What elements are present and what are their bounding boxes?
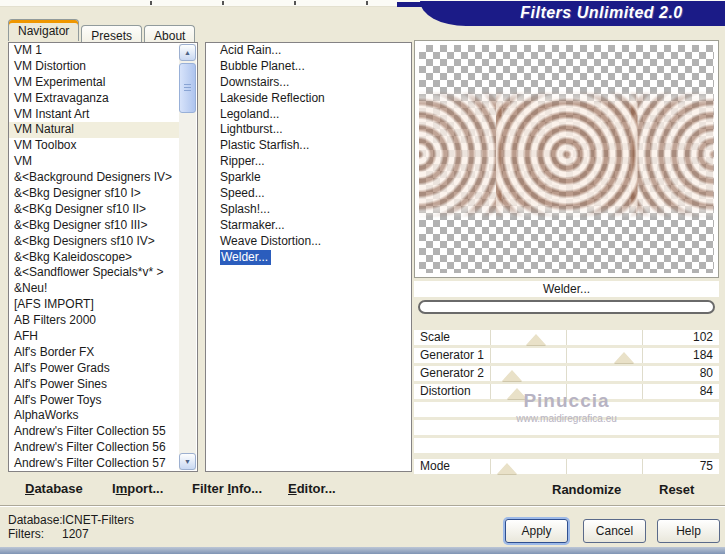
category-listbox: VM 1VM DistortionVM ExperimentalVM Extra… (8, 42, 198, 472)
list-item[interactable]: Downstairs... (206, 75, 411, 91)
randomize-button[interactable]: Randomize (552, 482, 621, 497)
slider-label: Mode (420, 459, 450, 474)
list-item[interactable]: AlphaWorks (9, 408, 179, 424)
separator (0, 505, 725, 507)
filter-listbox: Acid Rain...Bubble Planet...Downstairs..… (205, 42, 412, 472)
scroll-down-icon[interactable]: ▼ (179, 453, 196, 470)
list-item[interactable]: Alf's Power Sines (9, 377, 179, 393)
help-button[interactable]: Help (657, 519, 720, 543)
list-item[interactable]: Plastic Starfish... (206, 138, 411, 154)
filters-count-label: Filters: (8, 527, 44, 541)
slider-value: 75 (700, 459, 713, 474)
list-item[interactable]: &<Bkg Kaleidoscope> (9, 250, 179, 266)
list-item[interactable]: Acid Rain... (206, 43, 411, 59)
slider-empty-row (414, 420, 719, 435)
list-item[interactable]: Legoland... (206, 107, 411, 123)
slider-label: Scale (420, 330, 450, 345)
list-item[interactable]: VM Toolbox (9, 138, 179, 154)
list-item[interactable]: VM Extravaganza (9, 91, 179, 107)
list-item[interactable]: &<Bkg Designer sf10 III> (9, 218, 179, 234)
category-items: VM 1VM DistortionVM ExperimentalVM Extra… (9, 43, 179, 472)
selected-filter-label: Welder... (414, 281, 719, 297)
list-item[interactable]: [AFS IMPORT] (9, 297, 179, 313)
menu-row: DatabaseImport...Filter Info...Editor... (0, 478, 412, 504)
tab-navigator[interactable]: Navigator (8, 19, 79, 41)
slider-ticks (414, 330, 719, 345)
list-item[interactable]: Bubble Planet... (206, 59, 411, 75)
list-item[interactable]: Lakeside Reflection (206, 91, 411, 107)
list-item[interactable]: VM Experimental (9, 75, 179, 91)
list-item[interactable]: &Neu! (9, 281, 179, 297)
slider-scale[interactable]: Scale102 (414, 330, 719, 345)
slider-label: Generator 1 (420, 348, 484, 363)
window-bottom-edge (0, 547, 725, 554)
list-item[interactable]: Alf's Power Toys (9, 393, 179, 409)
list-item[interactable]: Speed... (206, 186, 411, 202)
list-item[interactable]: VM Natural (9, 122, 179, 138)
list-item[interactable]: VM 1 (9, 43, 179, 59)
list-item[interactable]: Andrew's Filter Collection 56 (9, 440, 179, 456)
menu-item-database[interactable]: Database (25, 481, 83, 496)
slider-thumb[interactable] (526, 334, 546, 345)
list-item[interactable]: &<BKg Designer sf10 II> (9, 202, 179, 218)
list-item[interactable]: AFH (9, 329, 179, 345)
slider-value: 102 (693, 330, 713, 345)
cancel-button[interactable]: Cancel (583, 519, 646, 543)
list-item[interactable]: &<Sandflower Specials*v* > (9, 265, 179, 281)
database-label: Database: (8, 513, 63, 527)
apply-button[interactable]: Apply (505, 519, 568, 543)
list-item[interactable]: Andrew's Filter Collection 57 (9, 456, 179, 472)
menu-item-editor[interactable]: Editor... (288, 481, 336, 496)
list-item[interactable]: VM (9, 154, 179, 170)
tab-row: NavigatorPresetsAbout (8, 19, 197, 41)
list-item[interactable]: Lightburst... (206, 122, 411, 138)
list-item[interactable]: Welder... (206, 250, 411, 266)
slider-ticks (414, 459, 719, 474)
menu-item-filter-info[interactable]: Filter Info... (192, 481, 262, 496)
slider-value: 80 (700, 366, 713, 381)
slider-value: 184 (693, 348, 713, 363)
slider-value: 84 (700, 384, 713, 399)
preview-pane (414, 40, 719, 278)
progress-bar (418, 300, 715, 314)
list-item[interactable]: &<Background Designers IV> (9, 170, 179, 186)
slider-generator-2[interactable]: Generator 280 (414, 366, 719, 381)
scrollbar-thumb[interactable] (179, 63, 196, 113)
slider-empty-row (414, 438, 719, 453)
slider-thumb[interactable] (507, 388, 527, 399)
title-banner: Filters Unlimited 2.0 (420, 1, 725, 26)
filters-count-value: 1207 (62, 527, 89, 541)
slider-generator-1[interactable]: Generator 1184 (414, 348, 719, 363)
page-title: Filters Unlimited 2.0 (420, 1, 725, 25)
slider-mode[interactable]: Mode75 (414, 459, 719, 474)
slider-thumb[interactable] (497, 463, 517, 474)
list-item[interactable]: Starmaker... (206, 218, 411, 234)
filter-preview-rings (419, 91, 714, 218)
list-item[interactable]: Weave Distortion... (206, 234, 411, 250)
sliders: Scale102Generator 1184Generator 280Disto… (414, 330, 719, 477)
category-scrollbar[interactable]: ▲ ▼ (179, 44, 196, 470)
list-item[interactable]: Ripper... (206, 154, 411, 170)
list-item[interactable]: Alf's Border FX (9, 345, 179, 361)
slider-empty-row (414, 402, 719, 417)
list-item[interactable]: Splash!... (206, 202, 411, 218)
list-item[interactable]: Andrew's Filter Collection 55 (9, 424, 179, 440)
menu-item-import[interactable]: Import... (112, 481, 163, 496)
scroll-up-icon[interactable]: ▲ (179, 44, 196, 61)
list-item[interactable]: AB Filters 2000 (9, 313, 179, 329)
slider-distortion[interactable]: Distortion84 (414, 384, 719, 399)
slider-label: Generator 2 (420, 366, 484, 381)
reset-button[interactable]: Reset (659, 482, 694, 497)
list-item[interactable]: VM Instant Art (9, 107, 179, 123)
list-item[interactable]: Alf's Power Grads (9, 361, 179, 377)
list-item[interactable]: &<Bkg Designers sf10 IV> (9, 234, 179, 250)
slider-label: Distortion (420, 384, 471, 399)
transparency-checkerboard (419, 45, 714, 273)
slider-thumb[interactable] (502, 370, 522, 381)
database-value: ICNET-Filters (62, 513, 134, 527)
list-item[interactable]: &<Bkg Designer sf10 I> (9, 186, 179, 202)
list-item[interactable]: Sparkle (206, 170, 411, 186)
filter-items: Acid Rain...Bubble Planet...Downstairs..… (206, 43, 411, 265)
slider-thumb[interactable] (614, 352, 634, 363)
list-item[interactable]: VM Distortion (9, 59, 179, 75)
